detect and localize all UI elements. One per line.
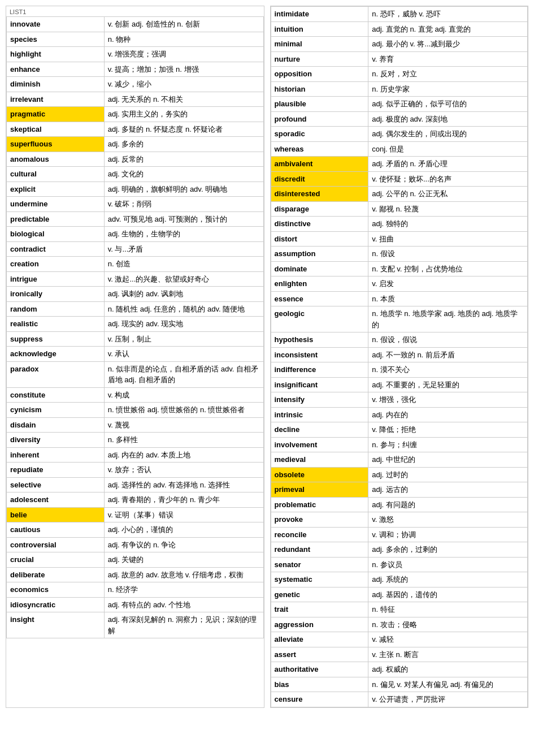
- word-cell: whereas: [271, 141, 368, 157]
- def-cell: adj. 偶尔发生的，间或出现的: [368, 127, 528, 142]
- table-row: intensifyv. 增强，强化: [271, 392, 528, 408]
- table-row: historiann. 历史学家: [271, 81, 528, 97]
- table-row: acknowledgev. 承认: [7, 347, 264, 362]
- def-cell: v. 鄙视 n. 轻蔑: [368, 201, 528, 217]
- def-cell: adj. 过时的: [368, 467, 528, 482]
- table-row: profoundadj. 极度的 adv. 深刻地: [271, 111, 528, 127]
- def-cell: v. 养育: [368, 51, 528, 67]
- def-cell: adj. 似乎正确的，似乎可信的: [368, 97, 528, 112]
- word-cell: enlighten: [271, 277, 368, 292]
- word-cell: cynicism: [7, 403, 105, 418]
- def-cell: adj. 故意的 adv. 故意地 v. 仔细考虑，权衡: [104, 567, 263, 582]
- def-cell: v. 扭曲: [368, 231, 528, 247]
- table-row: nurturev. 养育: [271, 51, 528, 67]
- word-cell: genetic: [271, 587, 368, 602]
- word-cell: profound: [271, 111, 368, 127]
- table-row: redundantadj. 多余的，过剩的: [271, 542, 528, 558]
- def-cell: adj. 中世纪的: [368, 452, 528, 468]
- def-cell: adj. 极度的 adv. 深刻地: [368, 111, 528, 127]
- word-cell: authoritative: [271, 662, 368, 677]
- def-cell: adj. 不一致的 n. 前后矛盾: [368, 347, 528, 362]
- table-row: whereasconj. 但是: [271, 141, 528, 157]
- left-column: LIST1 innovatev. 创新 adj. 创造性的 n. 创新speci…: [6, 6, 264, 708]
- table-row: reconcilev. 调和；协调: [271, 527, 528, 542]
- word-cell: assumption: [271, 247, 368, 262]
- def-cell: n. 特征: [368, 602, 528, 617]
- word-cell: paradox: [7, 361, 105, 387]
- def-cell: n. 本质: [368, 291, 528, 306]
- table-row: economicsn. 经济学: [7, 582, 264, 598]
- word-cell: dominate: [271, 261, 368, 277]
- table-row: censurev. 公开谴责，严厉批评: [271, 692, 528, 707]
- word-cell: random: [7, 301, 105, 317]
- word-cell: belie: [7, 507, 105, 522]
- word-cell: intrigue: [7, 271, 105, 287]
- word-cell: obsolete: [271, 467, 368, 482]
- table-row: paradoxn. 似非而是的论点，自相矛盾的话 adv. 自相矛盾地 adj.…: [7, 361, 264, 387]
- table-row: problematicadj. 有问题的: [271, 497, 528, 512]
- word-cell: censure: [271, 692, 368, 707]
- def-cell: v. 构成: [104, 387, 263, 403]
- def-cell: v. 激起...的兴趣、欲望或好奇心: [104, 271, 263, 287]
- table-row: intriguev. 激起...的兴趣、欲望或好奇心: [7, 271, 264, 287]
- table-row: indifferencen. 漠不关心: [271, 362, 528, 378]
- word-cell: intuition: [271, 21, 368, 37]
- table-row: dominaten. 支配 v. 控制，占优势地位: [271, 261, 528, 277]
- def-cell: adj. 权威的: [368, 662, 528, 677]
- table-row: cautiousadj. 小心的，谨慎的: [7, 522, 264, 538]
- table-row: anomalousadj. 反常的: [7, 152, 264, 167]
- def-cell: n. 参议员: [368, 557, 528, 572]
- def-cell: adj. 不重要的，无足轻重的: [368, 377, 528, 392]
- word-cell: constitute: [7, 387, 105, 403]
- word-cell: crucial: [7, 552, 105, 568]
- right-table: intimidaten. 恐吓，威胁 v. 恐吓intuitionadj. 直觉…: [271, 6, 528, 707]
- def-cell: v. 创新 adj. 创造性的 n. 创新: [104, 17, 263, 32]
- word-cell: essence: [271, 291, 368, 306]
- table-row: explicitadj. 明确的，旗帜鲜明的 adv. 明确地: [7, 182, 264, 197]
- def-cell: n. 历史学家: [368, 81, 528, 97]
- word-cell: insight: [7, 612, 105, 638]
- table-row: disdainv. 蔑视: [7, 417, 264, 433]
- word-cell: intensify: [271, 392, 368, 408]
- table-row: provokev. 激怒: [271, 512, 528, 528]
- word-cell: inconsistent: [271, 347, 368, 362]
- word-cell: trait: [271, 602, 368, 617]
- table-row: adolescentadj. 青春期的，青少年的 n. 青少年: [7, 493, 264, 508]
- left-table: innovatev. 创新 adj. 创造性的 n. 创新speciesn. 物…: [6, 16, 264, 638]
- word-cell: cautious: [7, 522, 105, 538]
- def-cell: n. 反对，对立: [368, 67, 528, 82]
- table-row: underminev. 破坏；削弱: [7, 197, 264, 212]
- word-cell: provoke: [271, 512, 368, 528]
- word-cell: undermine: [7, 197, 105, 212]
- table-row: intuitionadj. 直觉的 n. 直觉 adj. 直觉的: [271, 21, 528, 37]
- def-cell: n. 攻击；侵略: [368, 617, 528, 632]
- table-row: insightadj. 有深刻见解的 n. 洞察力；见识；深刻的理解: [7, 612, 264, 638]
- def-cell: n. 恐吓，威胁 v. 恐吓: [368, 7, 528, 22]
- table-row: primevaladj. 远古的: [271, 482, 528, 498]
- table-row: crucialadj. 关键的: [7, 552, 264, 568]
- table-row: distinctiveadj. 独特的: [271, 217, 528, 232]
- def-cell: n. 物种: [104, 32, 263, 47]
- def-cell: v. 激怒: [368, 512, 528, 528]
- table-row: suppressv. 压制，制止: [7, 331, 264, 347]
- word-cell: pragmatic: [7, 107, 105, 122]
- word-cell: selective: [7, 477, 105, 493]
- def-cell: adj. 有特点的 adv. 个性地: [104, 597, 263, 612]
- word-cell: nurture: [271, 51, 368, 67]
- table-row: cynicismn. 愤世嫉俗 adj. 愤世嫉俗的 n. 愤世嫉俗者: [7, 403, 264, 418]
- word-cell: assert: [271, 647, 368, 662]
- word-cell: innovate: [7, 17, 105, 32]
- word-cell: ironically: [7, 287, 105, 302]
- word-cell: distort: [271, 231, 368, 247]
- word-cell: hypothesis: [271, 332, 368, 348]
- table-row: inherentadj. 内在的 adv. 本质上地: [7, 447, 264, 463]
- word-cell: idiosyncratic: [7, 597, 105, 612]
- table-row: essencen. 本质: [271, 291, 528, 306]
- table-row: realisticadj. 现实的 adv. 现实地: [7, 317, 264, 332]
- def-cell: v. 公开谴责，严厉批评: [368, 692, 528, 707]
- word-cell: ambivalent: [271, 157, 368, 172]
- def-cell: adj. 有问题的: [368, 497, 528, 512]
- table-row: intimidaten. 恐吓，威胁 v. 恐吓: [271, 7, 528, 22]
- word-cell: problematic: [271, 497, 368, 512]
- word-cell: highlight: [7, 47, 105, 62]
